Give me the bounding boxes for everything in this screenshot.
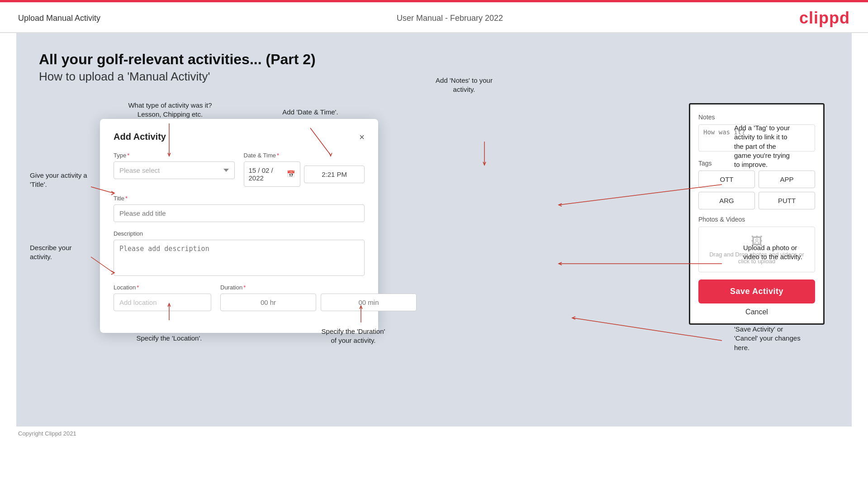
title-label: Title* — [114, 195, 365, 202]
add-activity-modal: Add Activity × Type* Please select Date … — [100, 119, 378, 333]
cancel-button[interactable]: Cancel — [745, 308, 768, 316]
main-content: All your golf-relevant activities... (Pa… — [16, 33, 852, 426]
type-group: Type* Please select — [114, 152, 235, 187]
title-input[interactable] — [114, 204, 365, 222]
notes-label: Notes — [698, 114, 815, 121]
type-select[interactable]: Please select — [114, 161, 235, 179]
modal-header: Add Activity × — [114, 132, 365, 142]
datetime-label: Date & Time* — [244, 152, 365, 159]
annotation-notes: Add 'Notes' to youractivity. — [414, 76, 514, 95]
date-input[interactable]: 15 / 02 / 2022 📅 — [244, 161, 301, 187]
date-time-row: 15 / 02 / 2022 📅 2:21 PM — [244, 161, 365, 187]
tag-app[interactable]: APP — [759, 171, 815, 188]
annotation-save-cancel: 'Save Activity' or'Cancel' your changesh… — [734, 325, 838, 352]
description-textarea[interactable] — [114, 240, 365, 276]
annotation-title: Give your activity a'Title'. — [30, 171, 107, 190]
description-label: Description — [114, 230, 365, 237]
annotation-activity-type: What type of activity was it?Lesson, Chi… — [116, 101, 224, 119]
calendar-icon: 📅 — [287, 170, 295, 178]
time-input[interactable]: 2:21 PM — [304, 166, 365, 183]
annotation-duration: Specify the 'Duration'of your activity. — [297, 327, 410, 346]
logo: clippd — [799, 9, 850, 28]
top-bar: Upload Manual Activity User Manual - Feb… — [0, 2, 868, 33]
modal-close-button[interactable]: × — [359, 133, 365, 142]
duration-label: Duration* — [220, 284, 417, 291]
datetime-group: Date & Time* 15 / 02 / 2022 📅 2:21 PM — [244, 152, 365, 187]
location-duration-row: Location* Duration* — [114, 284, 365, 311]
location-label: Location* — [114, 284, 211, 291]
location-input[interactable] — [114, 294, 211, 311]
title-group: Title* — [114, 195, 365, 222]
manual-title: User Manual - February 2022 — [397, 14, 503, 23]
copyright: Copyright Clippd 2021 — [0, 426, 868, 441]
location-group: Location* — [114, 284, 211, 311]
save-activity-button[interactable]: Save Activity — [698, 280, 815, 303]
duration-min-input[interactable] — [321, 294, 417, 311]
heading-title: All your golf-relevant activities... (Pa… — [39, 51, 829, 68]
annotation-tag: Add a 'Tag' to youractivity to link it t… — [734, 123, 838, 169]
tag-putt[interactable]: PUTT — [759, 192, 815, 209]
description-group: Description — [114, 230, 365, 276]
tag-arg[interactable]: ARG — [698, 192, 755, 209]
annotation-location: Specify the 'Location'. — [124, 334, 214, 343]
duration-hr-input[interactable] — [220, 294, 316, 311]
type-label: Type* — [114, 152, 235, 159]
annotation-description: Describe youractivity. — [30, 243, 102, 262]
duration-inputs — [220, 294, 417, 311]
type-datetime-row: Type* Please select Date & Time* 15 / 02… — [114, 152, 365, 187]
modal-title: Add Activity — [114, 132, 166, 142]
photos-label: Photos & Videos — [698, 216, 815, 223]
annotation-date-time: Add 'Date & Time'. — [261, 108, 360, 117]
page-title: Upload Manual Activity — [18, 14, 100, 23]
annotation-photo: Upload a photo orvideo to the activity. — [743, 243, 838, 262]
tags-grid: OTT APP ARG PUTT — [698, 171, 815, 209]
duration-group: Duration* — [220, 284, 417, 311]
tag-ott[interactable]: OTT — [698, 171, 755, 188]
